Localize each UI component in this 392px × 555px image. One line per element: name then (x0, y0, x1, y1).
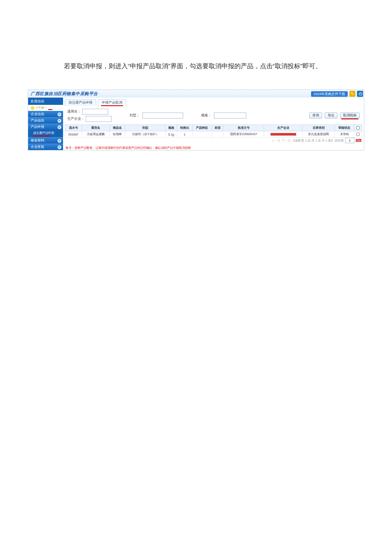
producer-cell (264, 131, 303, 138)
chevron-right-icon (58, 119, 61, 123)
sidebar: 欢迎信息 上午好！ 企业信息 产品信息 产品申报 挂主册产品申报 (28, 98, 63, 150)
input-spec[interactable] (214, 113, 246, 119)
export-button[interactable]: 导出 (325, 113, 337, 119)
chevron-right-icon (58, 113, 61, 116)
document-instruction: 若要取消申报，则进入“申报产品取消”界面，勾选要取消申报的产品，点击“取消投标”… (0, 0, 392, 90)
chevron-right-icon (58, 139, 61, 143)
pager: 上一页 下一页 【当前 第 1 页 共 1 页 计 1 条】 转到第 Go (63, 138, 364, 145)
pager-page-input[interactable] (345, 138, 355, 143)
smile-icon (31, 106, 35, 110)
cancel-bid-button[interactable]: 取消投标 (340, 113, 360, 119)
label-producer: 生产企业： (67, 117, 84, 121)
table-row: 053407 注射用血凝酶 纷瑞希 注射剂（冻干粉针） 0.1g 1 国药准字Z… (65, 131, 362, 138)
input-producer[interactable] (86, 116, 112, 122)
input-dosage[interactable] (142, 113, 183, 119)
row-checkbox[interactable] (356, 133, 360, 136)
pager-next[interactable]: 下一页 (282, 139, 291, 143)
sidebar-greeting: 上午好！ (28, 105, 63, 111)
table-header-row: 流水号 通用名 商品名 剂型 规格 转换比 产品特征 材质 批准文号 生产企业 … (65, 125, 362, 131)
select-all-checkbox[interactable] (356, 126, 360, 130)
sidebar-item-qa[interactable]: 企业答疑 (28, 144, 63, 150)
label-dosage: 剂型： (130, 113, 140, 118)
sidebar-sub-apply[interactable]: 挂主册产品申报 (28, 130, 63, 137)
pager-go-button[interactable]: Go (356, 139, 361, 142)
app-screenshot: 广西壮族自治区药物集中采购平台 2015年采购文件下载 ✎ ⏻ 欢迎信息 上午好… (28, 90, 364, 150)
filter-bar: 通用名： 生产企业： 剂型： 规格： 查询 (63, 106, 364, 124)
tab-cancel-apply[interactable]: 申报产品取消 (98, 99, 126, 106)
pager-info: 【当前 第 1 页 共 1 页 计 1 条】 转到第 (292, 139, 344, 143)
label-spec: 规格： (201, 113, 211, 118)
doc-paragraph: 若要取消申报，则进入“申报产品取消”界面，勾选要取消申报的产品，点击“取消投标”… (51, 60, 341, 72)
sidebar-welcome-head: 欢迎信息 (28, 98, 63, 105)
sidebar-item-product-info[interactable]: 产品信息 (28, 117, 63, 124)
power-icon[interactable]: ⏻ (357, 91, 363, 97)
app-title: 广西壮族自治区药物集中采购平台 (29, 91, 98, 97)
sidebar-item-company-info[interactable]: 企业信息 (28, 111, 63, 117)
sidebar-item-product-apply[interactable]: 产品申报 (28, 124, 63, 130)
app-header: 广西壮族自治区药物集中采购平台 2015年采购文件下载 ✎ ⏻ (28, 90, 364, 98)
chevron-right-icon (58, 125, 61, 129)
product-table: 流水号 通用名 商品名 剂型 规格 转换比 产品特征 材质 批准文号 生产企业 … (65, 124, 362, 138)
greeting-redacted (48, 106, 52, 110)
input-common-name[interactable] (82, 109, 108, 115)
query-button[interactable]: 查询 (309, 113, 322, 119)
download-link[interactable]: 2015年采购文件下载 (311, 91, 348, 97)
sidebar-item-change-pwd[interactable]: 修改密码 (28, 137, 63, 144)
warning-note: 备注：投标产品数量、过期为填报标红的代表该类产品尚已经确认，确认成的产品不能取消… (63, 145, 364, 150)
tabs: 挂注册产品申报 申报产品取消 (63, 98, 364, 106)
tab-registered-apply[interactable]: 挂注册产品申报 (65, 99, 96, 106)
chevron-right-icon (58, 145, 61, 149)
header-checkbox-col (354, 125, 362, 131)
pager-prev[interactable]: 上一页 (271, 139, 280, 143)
label-common-name: 通用名： (67, 110, 81, 114)
main-panel: 挂注册产品申报 申报产品取消 通用名： 生产企业： (63, 98, 364, 150)
edit-icon[interactable]: ✎ (349, 91, 355, 97)
producer-redacted (271, 133, 296, 136)
